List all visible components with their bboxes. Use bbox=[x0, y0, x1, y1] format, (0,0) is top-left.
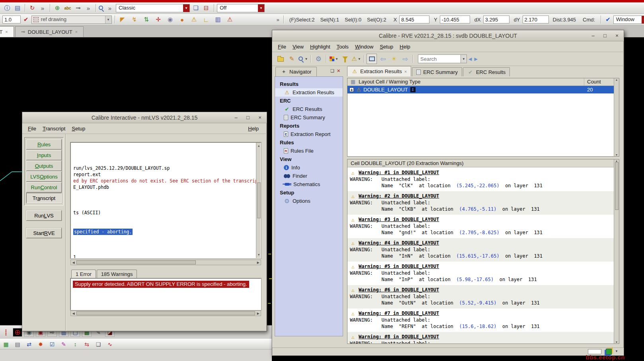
menu-transcript[interactable]: Transcript bbox=[39, 124, 68, 133]
menu-highlight[interactable]: Highlight bbox=[307, 43, 334, 51]
zoom-level-input[interactable] bbox=[2, 16, 21, 23]
dy-input[interactable] bbox=[523, 16, 549, 23]
close-button[interactable]: × bbox=[614, 32, 620, 39]
devices-swap-icon[interactable]: ⇆ bbox=[82, 340, 92, 349]
menu-setup[interactable]: Setup bbox=[377, 43, 396, 51]
close-panel-icon[interactable]: ✕ bbox=[337, 68, 340, 74]
combo-arrow-icon[interactable]: ▼ bbox=[183, 4, 189, 12]
lvs-button-transcript[interactable]: Transcript bbox=[26, 193, 62, 203]
warning-link[interactable]: Warning: #3 in DOUBLE_LAYOUT bbox=[359, 216, 439, 223]
document-tab-ut[interactable]: UT× bbox=[0, 26, 14, 37]
location-link[interactable]: (15.6,-18.62) bbox=[459, 324, 497, 329]
open-folder-icon[interactable] bbox=[275, 54, 286, 64]
world-globe-icon[interactable]: ⊕ bbox=[13, 328, 22, 337]
next-result-icon[interactable]: ⇨ bbox=[400, 54, 410, 64]
table-row[interactable]: +⚠DOUBLE_LAYOUT⇕20 bbox=[347, 86, 619, 93]
rve-tab-erc-results[interactable]: ✔ERC Results bbox=[463, 67, 510, 76]
crosshair-icon[interactable]: ✛ bbox=[154, 15, 163, 24]
device-box-icon[interactable]: ▤ bbox=[13, 340, 22, 349]
location-link[interactable]: (15.615,-17.65) bbox=[456, 253, 499, 259]
menu-window[interactable]: Window bbox=[352, 43, 377, 51]
scroll-up-icon[interactable]: ▲ bbox=[258, 143, 260, 149]
menu-help[interactable]: Help bbox=[245, 124, 262, 133]
table-vscrollbar[interactable]: ▲ ▼ bbox=[614, 78, 619, 156]
search-input[interactable] bbox=[418, 54, 461, 63]
column-divider[interactable] bbox=[584, 78, 584, 85]
scroll-thumb[interactable] bbox=[615, 162, 619, 210]
filter-funnel-icon[interactable] bbox=[340, 54, 350, 64]
lvs-button-lvs-options[interactable]: LVS Options bbox=[26, 171, 62, 182]
redraw-icon[interactable]: ↻ bbox=[27, 4, 37, 12]
transcript-vscrollbar[interactable]: ▲ ▼ bbox=[256, 143, 261, 258]
ruler-icon[interactable]: ∟ bbox=[201, 15, 211, 24]
lvs-button-run-lvs[interactable]: Run LVS bbox=[26, 210, 62, 221]
float-panel-icon[interactable]: ❏ bbox=[330, 68, 334, 74]
scroll-right-icon[interactable]: ▶ bbox=[256, 261, 261, 264]
route-flight-icon[interactable]: ↯ bbox=[130, 15, 139, 24]
menu-file[interactable]: File bbox=[275, 43, 289, 51]
search-prev-icon[interactable]: ◀ bbox=[468, 56, 472, 62]
off-mode-combo[interactable]: Off ▼ bbox=[217, 4, 265, 12]
scroll-left-icon[interactable]: ◀ bbox=[71, 312, 76, 315]
transcript-view[interactable]: ▲ ▼ run/lvs_2025.12.29/DOUBLE_LAYOUT.spr… bbox=[70, 142, 261, 258]
device-vertical-icon[interactable]: ↕ bbox=[70, 340, 80, 349]
lvs-button-inputs[interactable]: Inputs bbox=[26, 150, 62, 160]
rve-titlebar[interactable]: Calibre - RVE v2021.2_28.15 : svdb DOUBL… bbox=[272, 30, 624, 41]
device-pair-icon[interactable]: ▦ bbox=[1, 340, 11, 349]
location-link[interactable]: (2.705,-8.625) bbox=[459, 230, 500, 235]
warning-filter-icon[interactable]: ⚠▼ bbox=[351, 54, 361, 64]
navigator-tab[interactable]: ✦ Navigator bbox=[275, 67, 317, 76]
scroll-thumb[interactable] bbox=[76, 260, 196, 264]
add-pin-icon[interactable]: ⊸ bbox=[73, 4, 83, 12]
error-message-box[interactable]: Supply error detected. ABORT ON SUPPLY E… bbox=[70, 278, 261, 310]
ruler-marks-icon[interactable]: ┋ bbox=[1, 328, 11, 337]
zoom-tool-icon[interactable] bbox=[98, 5, 104, 11]
error-flash-icon[interactable]: ⚠ bbox=[225, 15, 235, 24]
transcript-hscrollbar[interactable]: ◀ ▶ bbox=[70, 260, 261, 265]
info-icon[interactable]: ⓘ bbox=[2, 4, 12, 12]
close-button[interactable]: × bbox=[257, 114, 263, 121]
lvs-titlebar[interactable]: Calibre Interactive - nmLVS v2021.2_28.1… bbox=[22, 112, 267, 123]
close-tab-icon[interactable]: × bbox=[5, 29, 8, 34]
close-tab-icon[interactable]: × bbox=[75, 29, 78, 34]
lvs-button-start-rve[interactable]: Start RVE bbox=[26, 228, 62, 238]
navigator-item-options[interactable]: ⚙Options bbox=[275, 197, 343, 205]
y-coordinate-input[interactable] bbox=[440, 16, 470, 23]
tile-windows-icon[interactable]: ▤ bbox=[13, 4, 22, 12]
overflow-chevron-icon[interactable]: » bbox=[275, 17, 281, 23]
menu-help[interactable]: Help bbox=[396, 43, 414, 51]
menu-setup[interactable]: Setup bbox=[68, 124, 88, 133]
swap-devices-icon[interactable]: ⇄ bbox=[24, 340, 34, 349]
close-tab-icon[interactable]: × bbox=[404, 69, 407, 74]
ref-drawing-combo[interactable]: ref drawing ▼ bbox=[31, 16, 112, 24]
combo-arrow-icon[interactable]: ▼ bbox=[642, 16, 644, 23]
apply-check-icon[interactable]: ✔ bbox=[22, 16, 30, 23]
navigator-item-finder[interactable]: Finder bbox=[275, 172, 343, 180]
warning-link[interactable]: Warning: #4 in DOUBLE_LAYOUT bbox=[359, 240, 439, 246]
minimize-button[interactable]: – bbox=[590, 32, 596, 39]
navigator-item-erc-summary[interactable]: ERC Summary bbox=[275, 113, 343, 122]
details-vscrollbar[interactable]: ▲ ▼ bbox=[614, 159, 619, 344]
scroll-up-icon[interactable]: ▲ bbox=[615, 159, 618, 162]
add-label-icon[interactable]: abc bbox=[63, 4, 72, 12]
navigator-item-extraction-report[interactable]: Extraction Report bbox=[275, 130, 343, 138]
close-window-icon[interactable]: ⊟ bbox=[201, 4, 211, 12]
location-link[interactable]: (5.245,-22.065) bbox=[456, 183, 499, 188]
menu-tools[interactable]: Tools bbox=[334, 43, 352, 51]
scroll-down-icon[interactable]: ▼ bbox=[615, 341, 618, 344]
warning-link[interactable]: Warning: #2 in DOUBLE_LAYOUT bbox=[359, 193, 439, 200]
navigator-item-schematics[interactable]: Schematics bbox=[275, 180, 343, 188]
current-result-icon[interactable]: ☀ bbox=[389, 54, 399, 64]
warning-link[interactable]: Warning: #5 in DOUBLE_LAYOUT bbox=[359, 263, 439, 270]
scroll-down-icon[interactable]: ▼ bbox=[258, 252, 260, 258]
layout-view-icon[interactable]: ⇕ bbox=[410, 87, 416, 92]
status-dropdown-icon[interactable]: ▼ bbox=[615, 349, 618, 353]
menu-view[interactable]: View bbox=[289, 43, 307, 51]
document-tab-double_layout[interactable]: ⊸DOUBLE_LAYOUT× bbox=[15, 26, 84, 37]
overflow-chevron-icon[interactable]: » bbox=[38, 4, 47, 12]
location-link[interactable]: (4.765,-5.11) bbox=[459, 206, 497, 212]
scroll-down-icon[interactable]: ▼ bbox=[615, 153, 618, 156]
warning-forward-icon[interactable]: ⚠ bbox=[189, 15, 199, 24]
zoom-highlight-icon[interactable]: ▼ bbox=[298, 54, 308, 64]
stop-edit-icon[interactable]: ● bbox=[178, 15, 187, 24]
